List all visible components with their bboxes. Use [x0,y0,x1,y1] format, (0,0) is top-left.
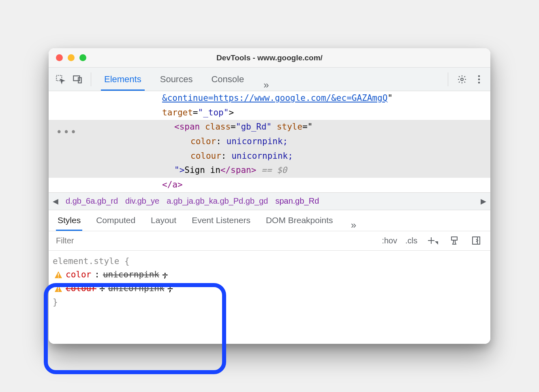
subtab-event-listeners[interactable]: Event Listeners [190,210,252,231]
style-row-1[interactable]: colour: unicornpink; [53,282,486,296]
window-titlebar: DevTools - www.google.com/ [49,48,490,68]
svg-rect-12 [58,290,59,291]
subtab-dom-breakpoints[interactable]: DOM Breakpoints [264,210,335,231]
attr-style: style [277,122,302,132]
dom-span-open[interactable]: <span class="gb_Rd" style=" [49,120,490,134]
new-style-rule-icon[interactable] [426,234,439,247]
main-tabs: Elements Sources Console » [101,68,267,91]
attr-style-open: =" [302,122,312,132]
svg-rect-11 [58,287,59,290]
dom-style-line-1[interactable]: color: unicornpink; [49,134,490,149]
warning-icon [54,285,62,293]
filter-actions: :hov .cls [382,234,483,247]
dom-url-fragment: &continue=https://www.google.com/&ec=GAZ… [162,93,387,103]
warning-icon [54,271,62,279]
breadcrumb-item-3[interactable]: span.gb_Rd [275,196,319,206]
attr-class: class [205,122,231,132]
svg-rect-9 [58,273,59,276]
attr-target-val: "_top" [198,108,229,117]
svg-rect-8 [473,237,480,244]
dom-line-url[interactable]: &continue=https://www.google.com/&ec=GAZ… [49,91,490,106]
prop-val-0: unicornpink [103,268,159,282]
dom-tree-panel[interactable]: &continue=https://www.google.com/&ec=GAZ… [49,91,490,192]
breadcrumb-right-arrow-icon[interactable]: ▶ [481,197,486,206]
svg-point-3 [461,78,463,81]
breadcrumb-left-arrow-icon[interactable]: ◀ [53,197,58,206]
dom-breadcrumb: ◀ d.gb_6a.gb_rd div.gb_ye a.gb_ja.gb_ka.… [49,192,490,210]
tab-console[interactable]: Console [208,68,247,91]
toolbar-divider [91,72,91,86]
subtab-styles[interactable]: Styles [56,210,82,231]
svg-point-4 [478,75,480,77]
cls-toggle[interactable]: .cls [405,236,417,245]
tag-span-open: <span [174,122,200,132]
dom-style-line-2[interactable]: colour: unicornpink; [49,149,490,164]
dom-span-text-close[interactable]: ">Sign in</span> == $0 [49,163,490,178]
hov-toggle[interactable]: :hov [382,236,397,245]
settings-gear-icon[interactable] [456,74,468,85]
style-close: "> [174,165,184,175]
main-toolbar: Elements Sources Console » [49,68,490,91]
attr-class-val: "gb_Rd" [236,122,272,132]
svg-point-6 [478,81,480,83]
style-row-0[interactable]: color: unicornpink; [53,268,486,282]
tab-elements[interactable]: Elements [101,68,145,91]
eq-dollar-zero: == $0 [261,165,287,175]
subtab-layout[interactable]: Layout [149,210,178,231]
toolbar-divider-right [448,72,448,86]
prop-val-1: unicornpink [108,282,165,296]
style-selector[interactable]: element.style { [53,255,486,268]
tag-a-close: </a> [162,180,183,190]
svg-point-5 [478,78,480,80]
prop-name-1: colour [66,282,96,296]
dom-line-target[interactable]: target="_top"> [49,106,490,120]
breadcrumb-item-2[interactable]: a.gb_ja.gb_ka.gb_Pd.gb_gd [167,196,268,206]
tab-sources[interactable]: Sources [157,68,196,91]
style-prop-colour: colour [190,151,221,161]
devtools-window: DevTools - www.google.com/ Elements Sour… [49,48,490,344]
more-subtabs-icon[interactable]: » [351,219,355,231]
styles-subtabs: Styles Computed Layout Event Listeners D… [49,210,490,231]
dom-selected-group[interactable]: <span class="gb_Rd" style=" color: unico… [49,120,490,178]
maximize-window-button[interactable] [79,54,86,61]
toolbar-right [445,72,485,86]
breadcrumb-item-1[interactable]: div.gb_ye [125,196,159,206]
svg-rect-10 [58,277,59,277]
minimize-window-button[interactable] [68,54,75,61]
styles-body[interactable]: element.style { color: unicornpink; colo… [49,251,490,344]
filter-input[interactable] [56,236,121,245]
more-tabs-icon[interactable]: » [263,79,267,91]
window-title: DevTools - www.google.com/ [49,53,490,62]
dom-a-close[interactable]: </a> [49,178,490,192]
dom-text-content: Sign in [184,165,220,175]
device-toolbar-icon[interactable] [71,73,83,85]
svg-rect-7 [451,237,457,240]
kebab-menu-icon[interactable] [473,74,485,85]
style-prop-color: color [190,136,216,146]
styles-filterbar: :hov .cls [49,231,490,251]
breadcrumb-item-0[interactable]: d.gb_6a.gb_rd [66,196,118,206]
traffic-lights [56,54,86,61]
subtab-computed[interactable]: Computed [94,210,137,231]
dom-url-quote: " [387,93,393,103]
style-close-brace: } [53,296,486,309]
paint-brush-icon[interactable] [447,234,461,247]
close-window-button[interactable] [56,54,63,61]
attr-target: target [162,108,193,117]
tag-span-close: </span> [220,165,257,175]
style-val-2: unicornpink; [231,151,293,161]
prop-name-0: color [66,268,91,282]
computed-sidebar-icon[interactable] [469,234,483,247]
inspect-element-icon[interactable] [54,73,66,85]
style-val-1: unicornpink; [227,136,288,146]
